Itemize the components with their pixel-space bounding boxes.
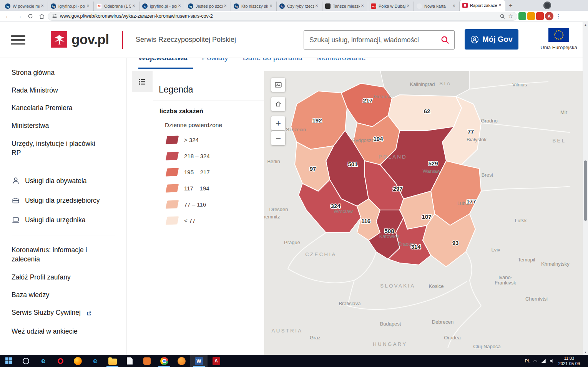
country-label: AUSTRIA bbox=[272, 328, 303, 334]
sidebar-item[interactable]: Usługi dla przedsiębiorcy bbox=[12, 196, 115, 207]
sidebar-item[interactable]: Baza wiedzy bbox=[12, 290, 115, 299]
search-ball-icon bbox=[23, 358, 29, 364]
sidebar-item[interactable]: Urzędy, instytucje i placówki RP bbox=[12, 139, 115, 157]
person-circle-icon bbox=[470, 35, 479, 44]
taskbar-opera[interactable] bbox=[52, 355, 69, 367]
back-icon[interactable]: ← bbox=[3, 11, 13, 21]
extension-orange-icon[interactable] bbox=[527, 12, 535, 20]
legend-title: Legenda bbox=[159, 84, 193, 95]
tab-close-icon[interactable]: × bbox=[223, 3, 228, 9]
taskbar-start-button[interactable] bbox=[0, 355, 17, 367]
taskbar-acrobat[interactable]: A bbox=[208, 355, 225, 367]
scroll-down-icon[interactable]: ▼ bbox=[583, 349, 588, 355]
search-box[interactable] bbox=[304, 30, 455, 50]
taskbar-firefox[interactable] bbox=[69, 355, 86, 367]
browser-tab[interactable]: igJesteś po szczep...× bbox=[185, 2, 231, 11]
extension-green-icon[interactable] bbox=[518, 12, 526, 20]
tray-expand-icon[interactable] bbox=[533, 359, 537, 363]
extension-red-icon[interactable] bbox=[536, 12, 544, 20]
sidebar-item[interactable]: Rada Ministrów bbox=[12, 86, 115, 95]
sidebar-item[interactable]: Kancelaria Premiera bbox=[12, 103, 115, 112]
taskbar-clock[interactable]: 11:03 2021-05-09 bbox=[558, 355, 580, 367]
sidebar-item-label: Rada Ministrów bbox=[12, 86, 58, 95]
sidebar-item[interactable]: Koronawirus: informacje i zalecenia bbox=[12, 245, 115, 264]
taskbar-word[interactable]: W bbox=[190, 355, 208, 367]
browser-tab[interactable]: igCzy ryby rzeczyw...× bbox=[277, 2, 322, 11]
orange-app-icon bbox=[143, 357, 151, 365]
taskbar-cortana-search[interactable] bbox=[17, 355, 35, 367]
bookmark-star-icon[interactable]: ☆ bbox=[508, 13, 513, 19]
tab-close-icon[interactable]: × bbox=[405, 3, 411, 9]
tab-title: Polka w Dubaju... bbox=[379, 4, 405, 8]
poland-map[interactable]: KaliningradSIAVilniusGdanskGrodnoMirSzcz… bbox=[264, 71, 583, 355]
tab-close-icon[interactable]: × bbox=[177, 3, 182, 9]
tab-close-icon[interactable]: × bbox=[314, 3, 319, 9]
tab-close-icon[interactable]: × bbox=[85, 3, 91, 9]
sidebar-item[interactable]: Serwis Służby Cywilnej bbox=[12, 308, 115, 318]
tab-close-icon[interactable]: × bbox=[131, 3, 136, 9]
browser-tab[interactable]: igigryfino.pl - port...× bbox=[48, 2, 94, 11]
language-indicator[interactable]: PL bbox=[525, 359, 530, 363]
hamburger-menu-icon[interactable] bbox=[11, 35, 25, 45]
taskbar-file-explorer[interactable] bbox=[104, 355, 121, 367]
home-icon[interactable] bbox=[37, 11, 47, 21]
browser-menu-icon[interactable]: ⋮ bbox=[555, 13, 562, 19]
new-tab-button[interactable]: + bbox=[505, 1, 516, 10]
reload-icon[interactable] bbox=[25, 11, 35, 21]
map-home-button[interactable] bbox=[271, 97, 285, 111]
site-settings-icon[interactable] bbox=[52, 13, 57, 19]
moj-gov-button[interactable]: Mój Gov bbox=[465, 29, 518, 50]
sidebar-item[interactable]: Usługi dla obywatela bbox=[12, 176, 115, 187]
legend-collapse-button[interactable] bbox=[132, 71, 153, 93]
taskbar-app-orange-square[interactable] bbox=[138, 355, 156, 367]
sidebar-item[interactable]: Weź udział w ankiecie bbox=[12, 327, 115, 336]
browser-tab[interactable]: igW powiecie man...× bbox=[2, 2, 48, 11]
legend-divider bbox=[153, 101, 264, 101]
search-icon[interactable] bbox=[440, 35, 450, 45]
scroll-up-icon[interactable]: ▲ bbox=[583, 22, 588, 27]
browser-tab[interactable]: Nowa karta× bbox=[414, 2, 460, 11]
page-scrollbar[interactable]: ▲ ▼ bbox=[583, 22, 588, 355]
browser-tab[interactable]: Raport zakażeń (...× bbox=[460, 0, 505, 11]
taskbar-app-orange-round[interactable] bbox=[173, 355, 190, 367]
sidebar: Strona głównaRada MinistrówKancelaria Pr… bbox=[0, 58, 127, 355]
legend-swatch bbox=[166, 216, 179, 225]
region-value-swietokrzyskie: 107 bbox=[422, 213, 431, 220]
poland-eagle-logo[interactable] bbox=[51, 31, 67, 48]
chrome-icon bbox=[160, 357, 168, 365]
volume-icon[interactable] bbox=[550, 359, 554, 363]
tab-search-icon[interactable] bbox=[543, 2, 551, 9]
poland-map-svg: KaliningradSIAVilniusGdanskGrodnoMirSzcz… bbox=[264, 71, 583, 355]
network-icon[interactable] bbox=[541, 359, 546, 363]
tab-close-icon[interactable]: × bbox=[360, 3, 365, 9]
region-value-zachodniopomorskie: 192 bbox=[312, 117, 322, 124]
tab-close-icon[interactable]: × bbox=[497, 3, 503, 8]
browser-tab[interactable]: wpPolka w Dubaju...× bbox=[368, 2, 414, 11]
profile-avatar[interactable]: A bbox=[545, 12, 553, 20]
sidebar-item[interactable]: Strona główna bbox=[12, 68, 115, 77]
zoom-icon[interactable] bbox=[500, 13, 505, 19]
country-label: POLAND bbox=[379, 154, 407, 160]
sidebar-item[interactable]: Załóż Profil zaufany bbox=[12, 273, 115, 282]
browser-tab[interactable]: MOdebrane (1 540...× bbox=[94, 2, 140, 11]
zoom-out-button[interactable]: − bbox=[271, 131, 285, 145]
taskbar-document-app[interactable] bbox=[121, 355, 138, 367]
govpl-logo-text[interactable]: gov.pl bbox=[71, 32, 109, 47]
taskbar-chrome[interactable] bbox=[156, 355, 173, 367]
address-bar[interactable]: www.gov.pl/web/koronawirus/wykaz-zarazen… bbox=[48, 12, 517, 21]
taskbar-edge[interactable]: e bbox=[86, 355, 104, 367]
tab-close-icon[interactable]: × bbox=[268, 3, 274, 9]
tab-close-icon[interactable]: × bbox=[451, 3, 457, 9]
tab-close-icon[interactable]: × bbox=[40, 3, 45, 9]
taskbar-internet-explorer[interactable]: e bbox=[35, 355, 52, 367]
basemap-button[interactable] bbox=[271, 78, 285, 92]
forward-icon[interactable]: → bbox=[14, 11, 24, 21]
sidebar-item[interactable]: Usługi dla urzędnika bbox=[12, 215, 115, 226]
search-input[interactable] bbox=[309, 36, 440, 44]
browser-tab[interactable]: igKto niszczy sklep...× bbox=[231, 2, 277, 11]
zoom-in-button[interactable]: + bbox=[271, 116, 285, 130]
scrollbar-thumb[interactable] bbox=[584, 160, 587, 221]
browser-tab[interactable]: Tańsze mieszkan...× bbox=[322, 2, 368, 11]
sidebar-item[interactable]: Ministerstwa bbox=[12, 121, 115, 130]
browser-tab[interactable]: igigryfino.pl - port...× bbox=[140, 2, 185, 11]
